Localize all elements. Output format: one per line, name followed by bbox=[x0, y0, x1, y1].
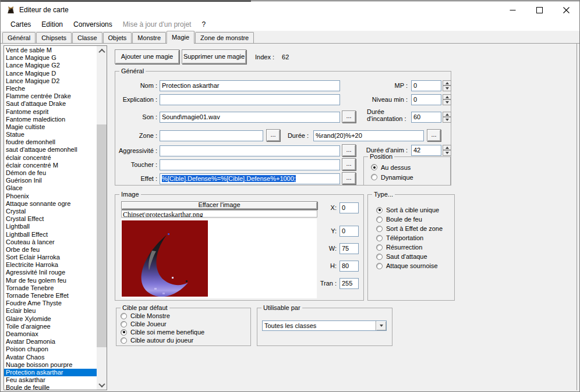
tab[interactable]: Zone de monstre bbox=[195, 32, 254, 43]
tab[interactable]: Magie bbox=[167, 31, 194, 44]
spinner-down-button[interactable] bbox=[443, 85, 451, 91]
spell-list-item[interactable]: Electricite Harroka bbox=[4, 261, 97, 269]
spell-list-item[interactable]: Deamoniax bbox=[4, 330, 97, 338]
nom-field[interactable]: Protection askarthar bbox=[160, 80, 340, 91]
spell-list-item[interactable]: Crystal bbox=[4, 208, 97, 215]
spell-list-item[interactable]: Attaque sonnante ogre bbox=[4, 200, 97, 208]
spell-list-item[interactable]: Fantome malediction bbox=[4, 116, 97, 123]
spell-list-item[interactable]: Lance Magique D bbox=[4, 70, 97, 77]
h-field[interactable]: 80 bbox=[339, 261, 359, 272]
spinner-up-button[interactable] bbox=[443, 94, 451, 99]
spell-list-item[interactable]: Couteau à lancer bbox=[4, 238, 97, 246]
spell-list-item[interactable]: Lightball bbox=[4, 223, 97, 230]
spell-list-item[interactable]: éclair concentré bbox=[4, 154, 97, 162]
image-path-field[interactable]: Chipset\protectaskarthar.png bbox=[121, 210, 317, 218]
spinner-down-button[interactable] bbox=[443, 150, 451, 156]
maximize-button[interactable] bbox=[526, 2, 553, 18]
spell-list-item[interactable]: Protection askarthar bbox=[4, 369, 97, 376]
spell-list-item[interactable]: Avatar Deamonia bbox=[4, 338, 97, 345]
spell-list-item[interactable]: Flamme centrée Drake bbox=[4, 92, 97, 100]
target-radio-option[interactable]: Cible soi meme benefique bbox=[121, 328, 204, 336]
type-radio-option[interactable]: Attaque sournoise bbox=[376, 261, 443, 270]
spell-list-item[interactable]: Phoenix bbox=[4, 193, 97, 200]
menu-item[interactable]: Mise à jour d'un projet bbox=[118, 18, 197, 31]
aggressivite-browse-button[interactable]: ... bbox=[342, 144, 356, 156]
target-radio-option[interactable]: Cible Monstre bbox=[121, 312, 204, 320]
incantation-field[interactable]: 60 bbox=[411, 112, 441, 123]
y-field[interactable]: 0 bbox=[339, 226, 359, 237]
menu-item[interactable]: Conversions bbox=[68, 18, 118, 31]
son-browse-button[interactable]: ... bbox=[342, 111, 356, 123]
position-radio-option[interactable]: Dynamique bbox=[371, 172, 413, 182]
effet-browse-button[interactable]: ... bbox=[342, 172, 356, 184]
zone-field[interactable] bbox=[160, 130, 263, 141]
tab[interactable]: Monstre bbox=[132, 32, 166, 43]
close-button[interactable] bbox=[553, 2, 579, 18]
toucher-browse-button[interactable]: ... bbox=[342, 158, 356, 170]
menu-item[interactable]: ? bbox=[196, 18, 211, 31]
spell-list-item[interactable]: Tornade Tenebre bbox=[4, 284, 97, 292]
target-radio-option[interactable]: Cible autour du joueur bbox=[121, 336, 204, 344]
tab[interactable]: Général bbox=[2, 32, 36, 43]
spell-list-item[interactable]: Lance Magique G bbox=[4, 54, 97, 62]
type-radio-option[interactable]: Sort à Effet de zone bbox=[376, 224, 443, 233]
spell-list-item[interactable]: Démon de feu bbox=[4, 169, 97, 177]
spell-list-item[interactable]: Glaire Xylomide bbox=[4, 315, 97, 323]
minimize-button[interactable] bbox=[499, 2, 526, 18]
classes-dropdown[interactable]: Toutes les classes bbox=[262, 320, 387, 331]
spell-list-item[interactable]: Saut d'attaque Drake bbox=[4, 100, 97, 108]
spinner-down-button[interactable] bbox=[443, 117, 451, 123]
dropdown-arrow-button[interactable] bbox=[376, 321, 386, 330]
spinner-down-button[interactable] bbox=[443, 99, 451, 105]
duree-field[interactable]: %rand(20)%+20 bbox=[313, 130, 424, 141]
spell-list-item[interactable]: éclair concentré M bbox=[4, 162, 97, 169]
w-field[interactable]: 75 bbox=[339, 243, 359, 254]
spell-list-item[interactable]: Lightball Effect bbox=[4, 231, 97, 238]
type-radio-option[interactable]: Téléportation bbox=[376, 233, 443, 243]
scroll-up-button[interactable] bbox=[97, 46, 107, 56]
duree-anim-field[interactable]: 42 bbox=[411, 145, 441, 156]
spell-list-item[interactable]: Feu askarthar bbox=[4, 376, 97, 384]
duree-browse-button[interactable]: ... bbox=[427, 129, 441, 141]
mp-field[interactable]: 0 bbox=[411, 80, 441, 91]
menu-item[interactable]: Cartes bbox=[5, 18, 36, 31]
tab[interactable]: Chipsets bbox=[36, 32, 72, 43]
spell-list-item[interactable]: Lance Magique D2 bbox=[4, 77, 97, 85]
spinner-up-button[interactable] bbox=[443, 80, 451, 85]
spell-list-item[interactable]: Crystal Effect bbox=[4, 215, 97, 223]
spell-list-item[interactable]: Nuage boisson pourpre bbox=[4, 361, 97, 369]
type-radio-option[interactable]: Boule de feu bbox=[376, 215, 443, 224]
spell-list-item[interactable]: saut d'attaque demonhell bbox=[4, 146, 97, 154]
spell-list-item[interactable]: Toile d'araignee bbox=[4, 323, 97, 330]
spell-list-item[interactable]: Magie cultiste bbox=[4, 123, 97, 131]
spell-list-item[interactable]: Foudre Ame Thyste bbox=[4, 300, 97, 307]
spell-list-item[interactable]: Statue bbox=[4, 131, 97, 138]
spell-list-item[interactable]: Agressivité Inil rouge bbox=[4, 269, 97, 276]
tab[interactable]: Objets bbox=[103, 32, 132, 43]
add-magic-button[interactable]: Ajouter une magie bbox=[115, 49, 179, 64]
niveau-min-field[interactable]: 0 bbox=[411, 94, 441, 105]
spell-list-item[interactable]: Glace bbox=[4, 184, 97, 192]
tran-field[interactable]: 255 bbox=[339, 278, 359, 289]
spell-list-item[interactable]: Mur de feu golem feu bbox=[4, 277, 97, 284]
effet-field[interactable]: %[Cible].Defense%=%[Cible].Defense%+1000… bbox=[160, 173, 340, 184]
menu-item[interactable]: Edition bbox=[36, 18, 68, 31]
type-radio-option[interactable]: Résurrection bbox=[376, 243, 443, 252]
scrollbar-thumb[interactable] bbox=[97, 124, 107, 347]
spell-list-item[interactable]: Lance Magique G2 bbox=[4, 62, 97, 69]
title-bar[interactable]: Editeur de carte bbox=[1, 2, 579, 18]
spell-list-item[interactable]: Orbe de feu bbox=[4, 246, 97, 254]
scroll-down-button[interactable] bbox=[97, 380, 107, 390]
type-radio-option[interactable]: Sort à cible unique bbox=[376, 205, 443, 215]
spell-list-item[interactable]: Fleche bbox=[4, 85, 97, 92]
x-field[interactable]: 0 bbox=[339, 202, 359, 213]
spell-list-item[interactable]: Vent de sable M bbox=[4, 47, 97, 54]
target-radio-option[interactable]: Cible Joueur bbox=[121, 320, 204, 328]
spell-list-item[interactable]: foudre demonhell bbox=[4, 138, 97, 146]
spell-list-item[interactable]: Guérison Inil bbox=[4, 177, 97, 184]
son-field[interactable]: Sound\magie01.wav bbox=[160, 112, 340, 123]
explication-field[interactable] bbox=[160, 94, 340, 105]
delete-magic-button[interactable]: Supprimer une magie bbox=[182, 49, 246, 64]
aggressivite-field[interactable] bbox=[160, 145, 340, 156]
spinner-up-button[interactable] bbox=[443, 112, 451, 117]
